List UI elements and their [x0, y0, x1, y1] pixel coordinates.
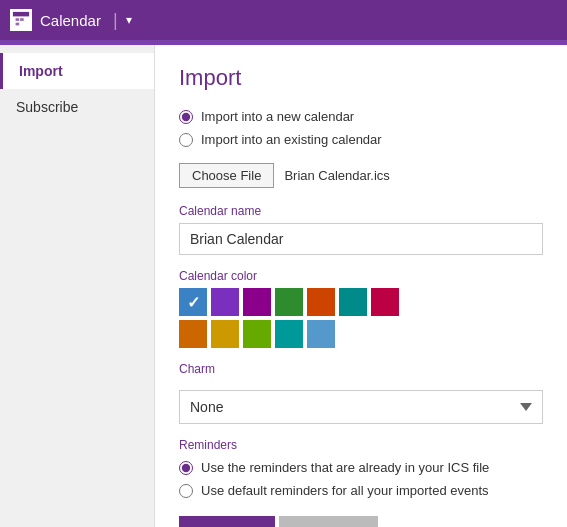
watermark: groovyPost.com	[382, 516, 543, 527]
svg-rect-3	[20, 18, 24, 21]
sidebar: Import Subscribe	[0, 45, 155, 527]
calendar-name-label: Calendar name	[179, 204, 543, 218]
file-name-display: Brian Calendar.ics	[284, 168, 390, 183]
button-row: Import Cancel groovyPost.com	[179, 516, 543, 527]
charm-select[interactable]: NoneAnniversaryBirthdayHoliday	[179, 390, 543, 424]
radio-use-default[interactable]: Use default reminders for all your impor…	[179, 483, 543, 498]
color-grid	[179, 288, 399, 348]
content-area: Import Import into a new calendar Import…	[155, 45, 567, 527]
color-swatch-10[interactable]	[275, 320, 303, 348]
app-icon	[10, 9, 32, 31]
choose-file-button[interactable]: Choose File	[179, 163, 274, 188]
color-swatch-0[interactable]	[179, 288, 207, 316]
import-button[interactable]: Import	[179, 516, 275, 527]
color-swatch-7[interactable]	[179, 320, 207, 348]
color-swatch-2[interactable]	[243, 288, 271, 316]
charm-label: Charm	[179, 362, 543, 376]
calendar-name-input[interactable]	[179, 223, 543, 255]
import-type-group: Import into a new calendar Import into a…	[179, 109, 543, 147]
radio-use-ics[interactable]: Use the reminders that are already in yo…	[179, 460, 543, 475]
svg-rect-4	[16, 23, 20, 26]
color-swatch-9[interactable]	[243, 320, 271, 348]
page-title: Import	[179, 65, 543, 91]
titlebar: Calendar | ▾	[0, 0, 567, 40]
reminders-label: Reminders	[179, 438, 543, 452]
svg-rect-2	[16, 18, 20, 21]
color-swatch-11[interactable]	[307, 320, 335, 348]
sidebar-item-subscribe[interactable]: Subscribe	[0, 89, 154, 125]
cancel-button[interactable]: Cancel	[279, 516, 379, 527]
color-swatch-1[interactable]	[211, 288, 239, 316]
calendar-color-label: Calendar color	[179, 269, 543, 283]
sidebar-item-import[interactable]: Import	[0, 53, 154, 89]
radio-new-calendar[interactable]: Import into a new calendar	[179, 109, 543, 124]
main-layout: Import Subscribe Import Import into a ne…	[0, 45, 567, 527]
radio-existing-calendar[interactable]: Import into an existing calendar	[179, 132, 543, 147]
color-swatch-4[interactable]	[307, 288, 335, 316]
color-swatch-8[interactable]	[211, 320, 239, 348]
color-swatch-5[interactable]	[339, 288, 367, 316]
titlebar-divider: |	[113, 10, 118, 31]
color-swatch-3[interactable]	[275, 288, 303, 316]
color-swatch-6[interactable]	[371, 288, 399, 316]
file-row: Choose File Brian Calendar.ics	[179, 163, 543, 188]
reminders-group: Use the reminders that are already in yo…	[179, 460, 543, 498]
charm-dropdown-container: NoneAnniversaryBirthdayHoliday	[179, 390, 543, 424]
svg-rect-1	[13, 12, 29, 17]
app-title: Calendar	[40, 12, 101, 29]
titlebar-chevron-icon[interactable]: ▾	[126, 13, 132, 27]
